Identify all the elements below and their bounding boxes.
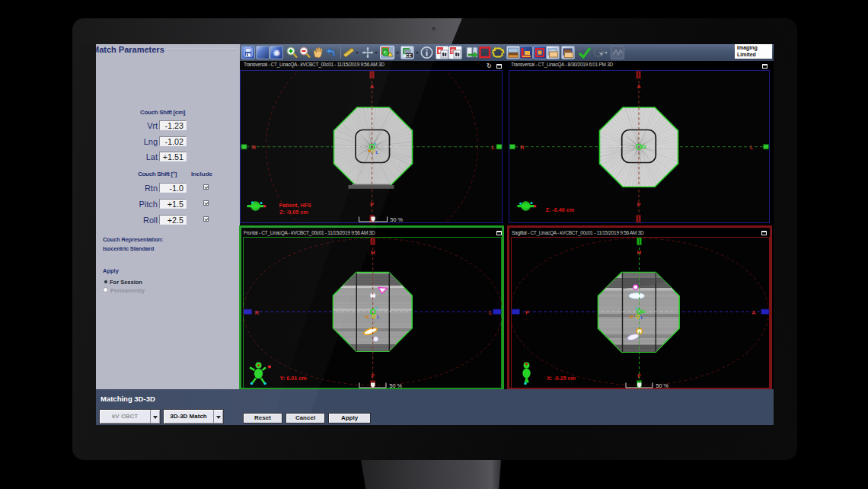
svg-text:SCE: SCE [403,53,412,58]
svg-text:F: F [637,372,641,379]
svg-text:50 %: 50 % [389,382,402,388]
svg-text:Y: 6.01 cm: Y: 6.01 cm [279,375,306,382]
svg-text:L: L [488,309,492,316]
svg-text:L: L [491,144,495,151]
svg-text:Z: -0.05 cm: Z: -0.05 cm [279,209,308,216]
svg-text:R: R [520,144,525,151]
svg-text:A: A [752,309,756,316]
svg-text:R: R [254,309,259,316]
svg-text:50 %: 50 % [656,382,669,388]
svg-text:R: R [252,144,257,151]
svg-text:50 %: 50 % [391,216,404,223]
svg-text:L: L [750,144,754,151]
svg-text:H: H [637,249,641,256]
svg-text:F: F [371,372,375,379]
svg-text:P: P [370,201,374,208]
svg-text:P: P [525,309,528,316]
svg-text:M: M [629,315,633,319]
svg-text:A: A [637,83,641,90]
svg-text:X: -0.25 cm: X: -0.25 cm [547,375,576,382]
svg-text:A: A [370,83,375,90]
svg-text:Z: -0.46 cm: Z: -0.46 cm [546,206,575,213]
svg-text:H: H [370,249,375,256]
svg-text:M: M [365,315,369,319]
svg-text:✺: ✺ [273,48,280,59]
svg-text:P: P [637,201,640,208]
